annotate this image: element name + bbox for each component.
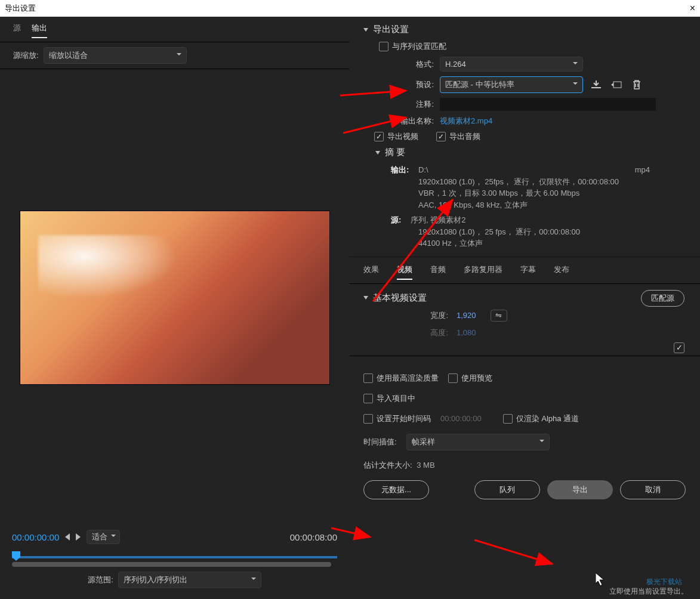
width-value[interactable]: 1,920 [457, 311, 476, 320]
titlebar: 导出设置 × [0, 0, 700, 17]
source-range-dropdown[interactable]: 序列切入/序列切出 [118, 572, 261, 588]
summary-source-label: 源: [391, 215, 401, 224]
tab-effects[interactable]: 效果 [363, 264, 379, 280]
link-icon[interactable]: ⇋ [491, 310, 507, 322]
export-button[interactable]: 导出 [547, 480, 613, 499]
summary-output-ext: mp4 [635, 164, 650, 176]
queue-button[interactable]: 队列 [474, 480, 540, 499]
summary-source-l1: 1920x1080 (1.0)， 25 fps， 逐行，00:00:08:00 [418, 226, 686, 238]
match-sequence-label: 与序列设置匹配 [392, 41, 446, 52]
format-value: H.264 [445, 60, 466, 69]
tab-captions[interactable]: 字幕 [520, 264, 536, 280]
settings-pane: 导出设置 与序列设置匹配 格式: H.264 预设: 匹配源 - 中等比特率 [349, 17, 700, 599]
source-scale-dropdown[interactable]: 缩放以适合 [44, 47, 187, 64]
output-name-link[interactable]: 视频素材2.mp4 [440, 116, 492, 126]
timeline-track[interactable] [12, 551, 337, 562]
preview-tabs: 源 输出 [0, 17, 349, 42]
cancel-button[interactable]: 取消 [620, 480, 686, 499]
step-forward-icon[interactable] [76, 533, 81, 541]
est-size-label: 估计文件大小: [363, 461, 412, 470]
step-back-icon[interactable] [65, 533, 70, 541]
start-timecode-label: 设置开始时间码 [377, 413, 431, 424]
preset-dropdown[interactable]: 匹配源 - 中等比特率 [440, 76, 583, 93]
basic-video-settings: 基本视频设置 匹配源 宽度: 1,920 ⇋ 高度: 1,080 [349, 284, 700, 356]
zoom-fit-dropdown[interactable]: 适合 [87, 530, 120, 544]
height-label: 高度: [418, 328, 448, 338]
lower-options: 使用最高渲染质量 使用预览 导入项目中 设置开始时间码 00:00:00:00 … [349, 356, 700, 507]
alpha-only-label: 仅渲染 Alpha 通道 [516, 413, 579, 424]
preset-value: 匹配源 - 中等比特率 [445, 80, 514, 89]
current-time[interactable]: 00:00:00:00 [12, 532, 59, 542]
summary-output-l2: VBR，1 次，目标 3.00 Mbps，最大 6.00 Mbps [418, 187, 686, 199]
match-sequence-checkbox[interactable] [379, 42, 388, 51]
max-quality-checkbox[interactable] [363, 373, 373, 383]
use-preview-checkbox[interactable] [448, 373, 458, 383]
summary-title: 摘 要 [385, 147, 405, 158]
source-scale-value: 缩放以适合 [49, 51, 88, 60]
alpha-only-checkbox[interactable] [503, 414, 513, 424]
time-interp-label: 时间插值: [363, 437, 397, 447]
comment-input[interactable] [440, 98, 656, 111]
tab-video[interactable]: 视频 [397, 264, 412, 280]
output-name-label: 输出名称: [391, 116, 434, 126]
summary-source-l2: 44100 Hz，立体声 [418, 237, 686, 249]
import-project-checkbox[interactable] [363, 394, 373, 403]
format-dropdown[interactable]: H.264 [440, 57, 583, 72]
delete-preset-icon[interactable] [630, 79, 644, 91]
export-video-label: 导出视频 [387, 131, 418, 142]
import-preset-icon[interactable] [609, 79, 624, 91]
time-interp-value: 帧采样 [412, 437, 435, 446]
start-timecode-checkbox[interactable] [363, 414, 373, 424]
tab-audio[interactable]: 音频 [430, 264, 446, 280]
export-settings-section: 导出设置 与序列设置匹配 格式: H.264 预设: 匹配源 - 中等比特率 [349, 17, 700, 257]
format-label: 格式: [391, 59, 434, 70]
summary-output-path: D:\ [418, 165, 428, 174]
preview-pane: 源 输出 源缩放: 缩放以适合 00:00:00:00 适合 00:00:08:… [0, 17, 349, 599]
playhead-icon[interactable] [12, 551, 20, 561]
tab-output[interactable]: 输出 [32, 23, 47, 38]
tab-source[interactable]: 源 [13, 23, 21, 38]
use-preview-label: 使用预览 [461, 373, 492, 384]
metadata-button[interactable]: 元数据... [363, 480, 429, 499]
preview-image [20, 211, 330, 385]
match-source-dimensions-checkbox[interactable] [674, 342, 684, 353]
import-project-label: 导入项目中 [377, 393, 415, 404]
est-size-value: 3 MB [417, 461, 434, 470]
close-icon[interactable]: × [690, 3, 695, 14]
time-interp-dropdown[interactable]: 帧采样 [406, 434, 550, 450]
chevron-down-icon[interactable] [363, 296, 368, 300]
timeline-scroll-thumb[interactable] [12, 562, 331, 567]
save-preset-icon[interactable] [589, 79, 603, 91]
window-title: 导出设置 [5, 3, 36, 14]
encoder-tabs: 效果 视频 音频 多路复用器 字幕 发布 [349, 257, 700, 284]
source-scale-label: 源缩放: [13, 50, 39, 61]
source-range-label: 源范围: [88, 575, 113, 585]
summary-output-l3: AAC, 192 Kbps, 48 kHz, 立体声 [418, 199, 686, 211]
match-source-button[interactable]: 匹配源 [641, 290, 684, 307]
zoom-fit-value: 适合 [92, 532, 107, 541]
source-range-value: 序列切入/序列切出 [124, 575, 188, 584]
basic-video-title: 基本视频设置 [373, 292, 427, 304]
export-video-checkbox[interactable] [374, 132, 384, 141]
start-timecode-value: 00:00:00:00 [440, 414, 482, 423]
svg-rect-0 [613, 82, 621, 88]
preset-label: 预设: [391, 79, 434, 90]
max-quality-label: 使用最高渲染质量 [377, 373, 439, 384]
comment-label: 注释: [391, 99, 434, 110]
summary-output-label: 输出: [391, 165, 409, 174]
total-time: 00:00:08:00 [290, 532, 337, 542]
preview-area [0, 69, 349, 526]
chevron-down-icon[interactable] [363, 28, 368, 32]
summary-output-l1: 1920x1080 (1.0)， 25fps， 逐行， 仅限软件，00:00:0… [418, 176, 686, 188]
tab-publish[interactable]: 发布 [554, 264, 569, 280]
height-value[interactable]: 1,080 [457, 328, 476, 337]
export-audio-checkbox[interactable] [436, 132, 446, 141]
summary-source-l0: 序列, 视频素材2 [411, 215, 465, 224]
export-settings-title: 导出设置 [373, 24, 409, 35]
export-hint: 立即使用当前设置导出。 [609, 586, 688, 597]
watermark: 极光下载站 [646, 577, 682, 587]
chevron-down-icon[interactable] [375, 151, 380, 155]
tab-multiplexer[interactable]: 多路复用器 [464, 264, 502, 280]
timeline-bar [12, 556, 337, 558]
export-audio-label: 导出音频 [449, 131, 480, 142]
